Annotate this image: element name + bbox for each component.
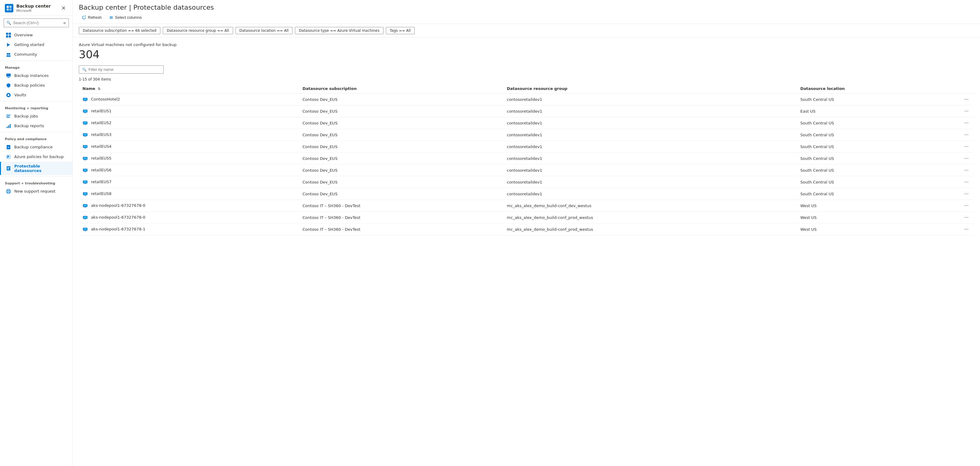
- svg-rect-5: [9, 33, 11, 35]
- sidebar-item-community-label: Community: [14, 52, 37, 57]
- cell-location: South Central US: [797, 176, 959, 188]
- more-button[interactable]: ···: [963, 108, 970, 114]
- cell-more: ···: [959, 141, 974, 152]
- column-name[interactable]: Name ⇅: [79, 84, 299, 94]
- sidebar-item-backup-policies[interactable]: Backup policies: [0, 81, 72, 90]
- svg-rect-19: [6, 117, 10, 118]
- filter-type[interactable]: Datasource type == Azure Virtual machine…: [295, 27, 383, 34]
- svg-rect-74: [84, 195, 86, 196]
- svg-point-9: [7, 53, 8, 55]
- name-filter-input[interactable]: [89, 67, 160, 72]
- svg-rect-17: [6, 115, 11, 116]
- page-header: Backup center | Protectable datasources …: [73, 0, 980, 24]
- svg-marker-8: [7, 43, 10, 47]
- svg-rect-13: [6, 74, 11, 77]
- cell-name: retailEUS2: [79, 117, 299, 129]
- cell-name: aks-nodepool1-67327678-0: [79, 212, 299, 223]
- svg-rect-1: [10, 6, 11, 8]
- svg-rect-53: [83, 134, 87, 136]
- svg-point-16: [8, 94, 10, 96]
- summary-subtitle: Azure Virtual machines not configured fo…: [79, 43, 974, 47]
- svg-text:P: P: [7, 155, 9, 159]
- close-icon[interactable]: ✕: [59, 4, 68, 12]
- protectable-datasources-icon: [6, 166, 11, 171]
- filter-tags[interactable]: Tags == All: [386, 27, 415, 34]
- cell-more: ···: [959, 117, 974, 129]
- more-button[interactable]: ···: [963, 226, 970, 233]
- cell-subscription: Contoso Dev_EUS: [299, 188, 503, 200]
- sidebar-item-backup-reports[interactable]: Backup reports: [0, 121, 72, 131]
- cell-resource-group: contosoretaildev1: [503, 94, 797, 105]
- sidebar-item-backup-jobs[interactable]: Backup jobs: [0, 111, 72, 121]
- section-label-manage: Manage: [0, 62, 72, 71]
- more-button[interactable]: ···: [963, 179, 970, 185]
- svg-rect-50: [84, 124, 86, 125]
- search-input[interactable]: [13, 21, 60, 25]
- sidebar-item-community[interactable]: Community: [0, 50, 72, 59]
- vm-icon: [83, 109, 88, 114]
- svg-rect-66: [84, 172, 86, 172]
- more-button[interactable]: ···: [963, 167, 970, 173]
- cell-subscription: Contoso Dev_EUS: [299, 176, 503, 188]
- cell-location: South Central US: [797, 129, 959, 141]
- sidebar-item-backup-instances[interactable]: Backup instances: [0, 71, 72, 81]
- cell-more: ···: [959, 94, 974, 105]
- cell-location: West US: [797, 200, 959, 212]
- svg-rect-14: [7, 77, 10, 78]
- filter-location[interactable]: Datasource location == All: [235, 27, 293, 34]
- sidebar-item-backup-reports-label: Backup reports: [14, 124, 44, 128]
- sidebar-item-protectable-datasources[interactable]: Protectable datasources: [0, 162, 72, 175]
- content-area: Azure Virtual machines not configured fo…: [73, 38, 980, 466]
- svg-rect-18: [6, 116, 10, 117]
- name-filter-box[interactable]: 🔍: [79, 65, 164, 74]
- cell-resource-group: contosoretaildev1: [503, 165, 797, 176]
- more-button[interactable]: ···: [963, 190, 970, 197]
- sidebar-item-backup-compliance[interactable]: Backup compliance: [0, 142, 72, 152]
- more-button[interactable]: ···: [963, 143, 970, 150]
- data-table: Name ⇅ Datasource subscription Datasourc…: [79, 84, 974, 235]
- cell-resource-group: mc_aks_alex_demo_build-conf_prod_westus: [503, 223, 797, 235]
- select-columns-button[interactable]: Select columns: [106, 14, 145, 21]
- filter-resource-group[interactable]: Datasource resource group == All: [163, 27, 233, 34]
- collapse-icon[interactable]: «: [63, 20, 66, 26]
- more-button[interactable]: ···: [963, 202, 970, 209]
- more-button[interactable]: ···: [963, 96, 970, 103]
- filter-subscription[interactable]: Datasource subscription == 66 selected: [79, 27, 160, 34]
- community-icon: [6, 52, 11, 57]
- cell-subscription: Contoso Dev_EUS: [299, 117, 503, 129]
- table-row: retailEUS3 Contoso Dev_EUS contosoretail…: [79, 129, 974, 141]
- sidebar-item-backup-jobs-label: Backup jobs: [14, 114, 38, 118]
- overview-icon: [6, 32, 11, 38]
- svg-rect-3: [10, 8, 11, 11]
- svg-line-34: [7, 192, 8, 193]
- sidebar-item-getting-started[interactable]: Getting started: [0, 40, 72, 50]
- sidebar-item-vaults[interactable]: Vaults: [0, 90, 72, 100]
- cell-more: ···: [959, 105, 974, 117]
- more-button[interactable]: ···: [963, 214, 970, 221]
- cell-resource-group: contosoretaildev1: [503, 152, 797, 165]
- refresh-button[interactable]: Refresh: [79, 14, 105, 21]
- svg-rect-49: [83, 122, 87, 124]
- svg-line-32: [7, 190, 8, 191]
- table-row: retailEUS1 Contoso Dev_EUS contosoretail…: [79, 105, 974, 117]
- sidebar-item-getting-started-label: Getting started: [14, 43, 44, 47]
- cell-resource-group: mc_aks_alex_demo_build-conf_prod_westus: [503, 212, 797, 223]
- cell-subscription: Contoso Dev_EUS: [299, 105, 503, 117]
- nav-divider-2: [0, 101, 72, 101]
- search-box[interactable]: 🔍 «: [4, 19, 69, 27]
- svg-rect-65: [83, 169, 87, 171]
- sidebar-item-new-support[interactable]: New support request: [0, 187, 72, 196]
- svg-rect-62: [84, 160, 86, 160]
- svg-point-31: [8, 190, 10, 192]
- sidebar-item-azure-policies[interactable]: P Azure policies for backup: [0, 152, 72, 162]
- svg-rect-29: [7, 169, 10, 170]
- more-button[interactable]: ···: [963, 120, 970, 126]
- cell-resource-group: contosoretaildev1: [503, 141, 797, 152]
- more-button[interactable]: ···: [963, 132, 970, 138]
- column-resource-group: Datasource resource group: [503, 84, 797, 94]
- cell-subscription: Contoso Dev_EUS: [299, 129, 503, 141]
- cell-name: retailEUS5: [79, 152, 299, 165]
- sidebar-item-overview[interactable]: Overview: [0, 30, 72, 40]
- sidebar: Backup center Microsoft ✕ 🔍 « Overview G…: [0, 0, 73, 466]
- more-button[interactable]: ···: [963, 155, 970, 162]
